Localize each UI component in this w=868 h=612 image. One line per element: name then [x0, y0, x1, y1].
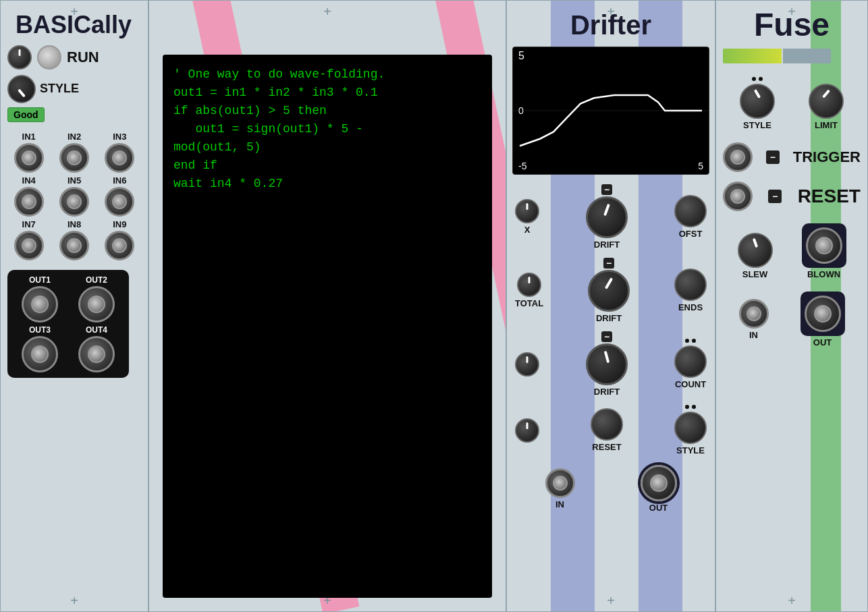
drifter-in-jack: IN [545, 468, 575, 509]
drifter-bottom-jacks: IN OUT [512, 465, 709, 513]
drifter-row1: X − DRIFT OFST [512, 184, 709, 250]
ends-knob[interactable] [674, 269, 707, 301]
jack-in5: IN5 [53, 175, 95, 217]
drift-minus2[interactable]: − [603, 258, 614, 269]
drifter-style-knob[interactable] [674, 412, 707, 444]
reset-jack[interactable] [723, 182, 753, 211]
x-knob-group: X [515, 199, 539, 235]
jack-in9: IN9 [99, 219, 141, 260]
small-knob4[interactable] [515, 418, 539, 443]
drifter-title: Drifter [512, 5, 709, 40]
level-bar [723, 49, 831, 63]
drifter-row4: RESET STYLE [512, 405, 709, 455]
total-label: TOTAL [515, 298, 543, 308]
jack-out1: OUT1 [13, 275, 67, 323]
fuse-out-box [801, 291, 845, 336]
inputs-grid: IN1 IN2 IN3 IN4 IN5 IN6 [7, 132, 141, 260]
drift-knob3-group: − DRIFT [586, 331, 628, 397]
drift-label2: DRIFT [596, 313, 622, 323]
style-label: STYLE [40, 82, 79, 96]
count-knob-group: COUNT [674, 339, 707, 389]
jack-in2: IN2 [53, 132, 95, 173]
module-fuse: + + Fuse STYLE [715, 0, 868, 612]
code-editor[interactable]: ' One way to do wave-folding. out1 = in1… [163, 55, 492, 598]
trigger-jack[interactable] [723, 142, 753, 172]
fuse-style-knob[interactable] [740, 84, 775, 119]
small-knob4-group [515, 418, 539, 443]
outputs-box: OUT1 OUT2 OUT3 OUT4 [7, 270, 129, 378]
good-badge: Good [7, 107, 45, 122]
oscilloscope: 5 0 -5 5 [512, 47, 709, 175]
level-gray [783, 49, 831, 63]
trigger-row: − TRIGGER [723, 142, 861, 172]
drift-label3: DRIFT [594, 387, 620, 397]
slew-knob[interactable] [738, 233, 773, 268]
slew-group: SLEW [738, 233, 773, 279]
jack-in7: IN7 [7, 219, 50, 260]
jack-in8: IN8 [53, 219, 95, 260]
slew-label: SLEW [742, 269, 768, 279]
drifter-style-group: STYLE [674, 405, 707, 455]
total-knob-group: TOTAL [515, 273, 543, 308]
drifter-row2: TOTAL − DRIFT ENDS [512, 258, 709, 323]
drifter-reset-label: RESET [592, 442, 621, 452]
drift-knob2[interactable] [588, 270, 630, 312]
drifter-reset-group: RESET [591, 408, 623, 452]
drift-knob3[interactable] [586, 343, 628, 385]
style-row: STYLE [7, 75, 79, 103]
drift-knob1[interactable] [586, 196, 628, 238]
small-knob3-group [515, 352, 539, 377]
fuse-bottom-jacks: IN OUT [723, 291, 861, 347]
fuse-limit-label: LIMIT [815, 120, 838, 130]
blown-label: BLOWN [807, 269, 840, 279]
module-title: BASICally [7, 6, 140, 38]
jack-in6: IN6 [99, 175, 141, 217]
total-knob[interactable] [517, 273, 541, 297]
jack-out3: OUT3 [13, 325, 67, 372]
fuse-out-socket[interactable] [805, 296, 841, 332]
drift-minus3[interactable]: − [601, 331, 612, 342]
drifter-style-label: STYLE [676, 445, 705, 455]
fuse-title: Fuse [723, 5, 861, 43]
drifter-row3: − DRIFT COUNT [512, 331, 709, 397]
jack-in1: IN1 [7, 132, 50, 173]
run-toggle[interactable] [37, 45, 61, 69]
trigger-jack-group [723, 142, 753, 172]
fuse-in-jack: IN [739, 299, 769, 340]
jack-out4: OUT4 [70, 325, 124, 372]
run-knob-left[interactable] [7, 45, 32, 69]
level-green [723, 49, 782, 63]
jack-in4: IN4 [7, 175, 50, 217]
fuse-limit-group: LIMIT [809, 84, 844, 130]
drifter-reset-knob[interactable] [591, 408, 623, 441]
drift-knob1-group: − DRIFT [586, 184, 628, 250]
fuse-limit-knob[interactable] [809, 84, 844, 119]
module-editor: + + ' One way to do wave-folding. out1 =… [148, 0, 506, 612]
trigger-minus[interactable]: − [766, 150, 780, 164]
run-label: RUN [67, 49, 99, 66]
drifter-out-jack: OUT [641, 465, 677, 513]
small-knob3[interactable] [515, 352, 539, 377]
blown-jack[interactable] [806, 227, 842, 264]
blown-box [802, 223, 846, 268]
fuse-style-label: STYLE [743, 120, 771, 130]
drift-minus1[interactable]: − [601, 184, 612, 195]
jack-in3: IN3 [99, 132, 141, 173]
ofst-knob[interactable] [674, 195, 707, 227]
count-label: COUNT [675, 379, 706, 389]
ends-knob-group: ENDS [674, 269, 707, 312]
count-knob[interactable] [674, 345, 707, 378]
ofst-label: OFST [679, 229, 703, 239]
scope-waveform [513, 47, 709, 174]
fuse-out-jack: OUT [801, 291, 845, 347]
x-label: X [524, 225, 531, 235]
reset-row: − RESET [723, 182, 861, 211]
module-basically: + + BASICally RUN STYLE Good IN1 IN2 [0, 0, 148, 612]
style-knob[interactable] [7, 75, 36, 103]
x-knob[interactable] [515, 199, 539, 223]
blown-group: BLOWN [802, 223, 846, 279]
fuse-in-jack-socket[interactable] [739, 299, 769, 329]
reset-minus[interactable]: − [768, 190, 782, 203]
ofst-knob-group: OFST [674, 195, 707, 239]
jack-out2: OUT2 [70, 275, 124, 323]
